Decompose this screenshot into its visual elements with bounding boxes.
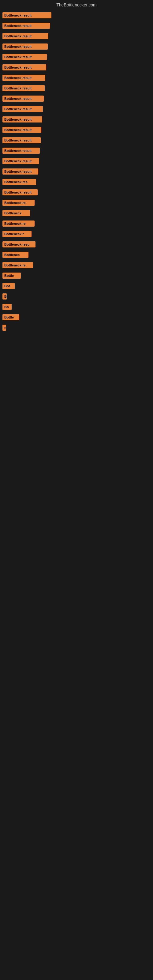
list-item: Bottleneck result xyxy=(0,10,153,20)
list-item: Bottleneck re xyxy=(0,198,153,208)
list-item: Bottleneck xyxy=(0,208,153,218)
bottleneck-badge[interactable]: Bottleneck result xyxy=(2,54,47,60)
list-item: Bottleneck result xyxy=(0,115,153,124)
bottleneck-badge[interactable]: Bottleneck result xyxy=(2,64,46,70)
list-item: Bot xyxy=(0,281,153,291)
list-item: Bottleneck result xyxy=(0,156,153,166)
list-item: Bottle xyxy=(0,271,153,280)
list-item: Bottleneck result xyxy=(0,135,153,145)
list-item: Bottleneck resu xyxy=(0,240,153,249)
bottleneck-badge[interactable]: Bottleneck re xyxy=(2,221,35,227)
bottleneck-badge[interactable]: Bottlenec xyxy=(2,252,29,258)
bottleneck-badge[interactable]: Bottleneck result xyxy=(2,33,48,39)
list-item: Bottleneck result xyxy=(0,31,153,41)
list-item: Bottleneck result xyxy=(0,94,153,103)
list-item: Bottleneck r xyxy=(0,229,153,239)
header: TheBottlenecker.com xyxy=(0,0,153,9)
site-title: TheBottlenecker.com xyxy=(56,2,97,7)
bottleneck-badge[interactable]: Bottleneck xyxy=(2,210,30,216)
list-item: Bottleneck result xyxy=(0,188,153,197)
list-item: Bottleneck re xyxy=(0,219,153,229)
list-item: Bottleneck result xyxy=(0,146,153,156)
list-item: n xyxy=(0,323,153,332)
bottleneck-badge[interactable]: Bottleneck result xyxy=(2,189,38,196)
list-item: Bottleneck result xyxy=(0,52,153,62)
bottleneck-badge[interactable]: Bot xyxy=(2,283,15,289)
bottleneck-badge[interactable]: Bottleneck result xyxy=(2,85,45,91)
items-container: Bottleneck resultBottleneck resultBottle… xyxy=(0,9,153,335)
list-item: Bottleneck result xyxy=(0,83,153,93)
bottleneck-badge[interactable]: Bottleneck result xyxy=(2,95,44,102)
list-item: B xyxy=(0,291,153,301)
list-item: Bottleneck re xyxy=(0,260,153,270)
bottleneck-badge[interactable]: Bottleneck result xyxy=(2,137,41,143)
list-item: Bottleneck res xyxy=(0,177,153,187)
bottleneck-badge[interactable]: Bottle xyxy=(2,272,21,279)
list-item: Bottleneck result xyxy=(0,125,153,135)
bottleneck-badge[interactable]: Bottleneck result xyxy=(2,12,51,18)
list-item: Bottle xyxy=(0,312,153,322)
bottleneck-badge[interactable]: Bottleneck result xyxy=(2,23,50,29)
bottleneck-badge[interactable]: Bottle xyxy=(2,314,19,320)
list-item: Bottleneck result xyxy=(0,167,153,177)
bottleneck-badge[interactable]: Bottleneck resu xyxy=(2,241,35,247)
list-item: Bottlenec xyxy=(0,250,153,260)
bottleneck-badge[interactable]: Bottleneck result xyxy=(2,169,38,175)
bottleneck-badge[interactable]: Bottleneck r xyxy=(2,231,32,237)
list-item: Bottleneck result xyxy=(0,73,153,83)
bottleneck-badge[interactable]: Bottleneck result xyxy=(2,75,45,81)
list-item: Bottleneck result xyxy=(0,41,153,51)
bottleneck-badge[interactable]: Bottleneck result xyxy=(2,116,42,123)
bottleneck-badge[interactable]: Bottleneck result xyxy=(2,158,39,164)
list-item: Bottleneck result xyxy=(0,21,153,30)
bottleneck-badge[interactable]: Bottleneck re xyxy=(2,262,33,268)
bottleneck-badge[interactable]: B xyxy=(2,293,7,299)
bottleneck-badge[interactable]: Bottleneck result xyxy=(2,127,41,133)
bottleneck-badge[interactable]: n xyxy=(2,325,6,331)
list-item: Bottleneck result xyxy=(0,104,153,114)
bottleneck-badge[interactable]: Bottleneck result xyxy=(2,148,40,154)
bottleneck-badge[interactable]: Bottleneck re xyxy=(2,200,35,206)
bottleneck-badge[interactable]: Bottleneck result xyxy=(2,43,48,49)
bottleneck-badge[interactable]: Bo xyxy=(2,304,12,310)
list-item: Bo xyxy=(0,302,153,312)
list-item: Bottleneck result xyxy=(0,62,153,72)
bottleneck-badge[interactable]: Bottleneck res xyxy=(2,179,36,185)
bottleneck-badge[interactable]: Bottleneck result xyxy=(2,106,43,112)
